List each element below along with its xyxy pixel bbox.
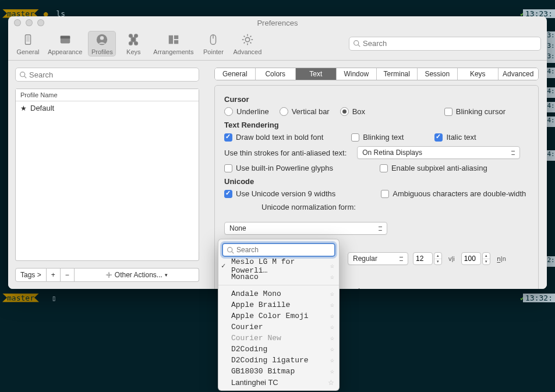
checkbox-label: Use built-in Powerline glyphs xyxy=(236,164,333,172)
font-search-input[interactable] xyxy=(236,246,331,254)
toolbar-label: Advanced xyxy=(233,48,261,55)
unicode9-checkbox[interactable]: Use Unicode version 9 widths xyxy=(224,189,335,198)
font-name: Lantinghei TC xyxy=(231,378,278,387)
profile-search-input[interactable] xyxy=(29,70,195,79)
ambiguous-width-checkbox[interactable]: Ambiguous characters are double-width xyxy=(381,189,526,198)
profile-search[interactable] xyxy=(15,68,199,82)
tags-button[interactable]: Tags > xyxy=(15,268,47,282)
font-option[interactable]: ✓Meslo LG M for Powerli…☆ xyxy=(218,260,339,271)
other-actions-menu[interactable]: Other Actions... ▾ xyxy=(75,268,199,282)
tab-session[interactable]: Session xyxy=(418,68,458,80)
preferences-toolbar: General Appearance Profiles Keys Arrange… xyxy=(8,29,547,61)
add-profile-button[interactable]: + xyxy=(47,268,61,282)
tab-advanced[interactable]: Advanced xyxy=(499,68,539,80)
stepper-buttons[interactable]: ▴▾ xyxy=(482,252,490,265)
powerline-checkbox[interactable]: Use built-in Powerline glyphs xyxy=(224,164,333,172)
star-outline-icon[interactable]: ☆ xyxy=(330,345,334,354)
star-outline-icon[interactable]: ☆ xyxy=(330,312,334,320)
svg-rect-3 xyxy=(60,36,70,38)
toolbar-general[interactable]: General xyxy=(14,31,42,56)
subpixel-checkbox[interactable]: Enable subpixel anti-aliasing xyxy=(380,164,487,172)
preferences-search[interactable] xyxy=(349,37,541,51)
bold-font-checkbox[interactable]: Draw bold text in bold font xyxy=(224,133,323,142)
star-outline-icon[interactable]: ☆ xyxy=(330,273,334,281)
tab-window[interactable]: Window xyxy=(337,68,377,80)
font-option[interactable]: Monaco☆ xyxy=(218,271,339,282)
search-icon xyxy=(353,40,360,47)
italic-text-checkbox[interactable]: Italic text xyxy=(434,133,476,142)
font-size-input[interactable] xyxy=(413,252,433,265)
svg-rect-6 xyxy=(169,35,173,44)
font-name: Monaco xyxy=(231,273,259,281)
terminal-cursor: ▯ xyxy=(52,294,56,302)
toolbar-label: Arrangements xyxy=(153,48,193,55)
toolbar-pointer[interactable]: Pointer xyxy=(199,31,227,56)
font-option[interactable]: Andale Mono☆ xyxy=(218,285,339,299)
search-icon xyxy=(19,71,27,79)
checkmark-icon: ✓ xyxy=(221,262,225,270)
checkbox-label: Blinking cursor xyxy=(456,107,505,116)
profile-row[interactable]: ★ Default xyxy=(16,101,199,115)
star-outline-icon[interactable]: ☆ xyxy=(330,301,334,309)
toolbar-appearance[interactable]: Appearance xyxy=(45,31,84,56)
toolbar-advanced[interactable]: Advanced xyxy=(231,31,264,56)
toolbar-keys[interactable]: Keys xyxy=(119,31,147,56)
star-outline-icon[interactable]: ☆ xyxy=(330,323,334,331)
tab-general[interactable]: General xyxy=(215,68,256,80)
preferences-search-input[interactable] xyxy=(363,39,537,48)
font-weight-select[interactable]: Regular xyxy=(348,252,408,265)
star-outline-icon[interactable]: ☆ xyxy=(328,379,334,387)
letter-spacing-stepper[interactable]: ▴▾ xyxy=(461,252,490,265)
font-option[interactable]: Apple Color Emoji☆ xyxy=(218,310,339,322)
blinking-cursor-checkbox[interactable]: Blinking cursor xyxy=(444,107,505,116)
svg-line-17 xyxy=(250,42,251,43)
tab-colors[interactable]: Colors xyxy=(256,68,296,80)
font-option[interactable]: D2Coding ligature☆ xyxy=(218,355,339,366)
tab-keys[interactable]: Keys xyxy=(458,68,499,80)
person-icon xyxy=(93,32,111,47)
tab-text[interactable]: Text xyxy=(296,68,337,80)
time-fragment: 4: xyxy=(547,68,555,78)
normalization-select[interactable]: None xyxy=(224,222,387,235)
toolbar-profiles[interactable]: Profiles xyxy=(88,31,116,56)
letter-spacing-icon: v|i xyxy=(448,255,455,262)
blinking-text-checkbox[interactable]: Blinking text xyxy=(351,133,404,142)
cursor-box-radio[interactable]: Box xyxy=(340,107,365,116)
toolbar-arrangements[interactable]: Arrangements xyxy=(151,31,196,56)
star-outline-icon[interactable]: ☆ xyxy=(330,262,334,270)
font-option[interactable]: GB18030 Bitmap☆ xyxy=(218,366,339,377)
remove-profile-button[interactable]: − xyxy=(61,268,75,282)
cursor-underline-radio[interactable]: Underline xyxy=(224,107,269,116)
svg-line-19 xyxy=(250,36,251,37)
radio-label: Underline xyxy=(236,107,269,116)
font-name: D2Coding xyxy=(231,345,267,354)
radio-label: Vertical bar xyxy=(292,107,330,116)
toolbar-label: Keys xyxy=(126,48,140,55)
letter-spacing-input[interactable] xyxy=(461,252,481,265)
radio-label: Box xyxy=(352,107,365,116)
star-outline-icon[interactable]: ☆ xyxy=(330,367,334,376)
star-outline-icon[interactable]: ☆ xyxy=(330,289,334,298)
font-option[interactable]: Courier New☆ xyxy=(218,333,339,344)
thin-strokes-select[interactable]: On Retina Displays xyxy=(357,146,520,159)
select-value: None xyxy=(229,224,246,232)
svg-line-16 xyxy=(243,36,245,37)
section-cursor: Cursor xyxy=(224,95,529,104)
tab-terminal[interactable]: Terminal xyxy=(377,68,418,80)
font-option[interactable]: Apple Braille☆ xyxy=(218,299,339,310)
profile-table: Profile Name ★ Default xyxy=(15,89,199,261)
font-option[interactable]: Courier☆ xyxy=(218,322,339,333)
font-size-stepper[interactable]: ▴▾ xyxy=(413,252,442,265)
font-option[interactable]: Lantinghei TC☆ xyxy=(218,377,339,388)
command-icon xyxy=(125,32,142,47)
font-search[interactable] xyxy=(222,243,335,257)
cursor-vertical-radio[interactable]: Vertical bar xyxy=(280,107,330,116)
svg-point-20 xyxy=(354,41,359,45)
font-option[interactable]: D2Coding☆ xyxy=(218,344,339,355)
star-outline-icon[interactable]: ☆ xyxy=(330,356,334,365)
font-name: Courier xyxy=(231,323,263,331)
svg-rect-8 xyxy=(174,40,178,43)
stepper-buttons[interactable]: ▴▾ xyxy=(434,252,442,265)
profile-tab-bar: General Colors Text Window Terminal Sess… xyxy=(214,68,539,80)
star-outline-icon[interactable]: ☆ xyxy=(330,334,334,342)
